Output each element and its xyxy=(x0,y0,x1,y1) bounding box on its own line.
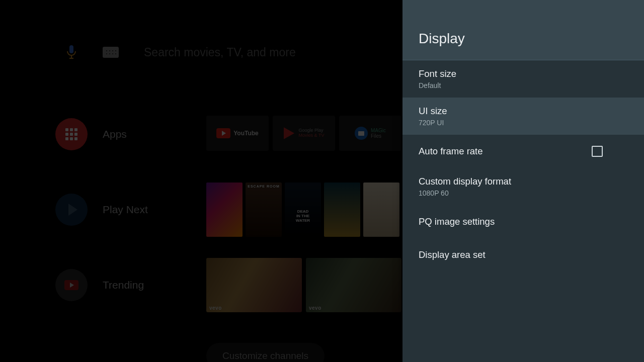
trending-label: Trending xyxy=(103,279,144,291)
poster[interactable] xyxy=(206,183,243,237)
item-subtitle: 1080P 60 xyxy=(419,189,628,197)
app-card-youtube[interactable]: YouTube xyxy=(206,116,269,151)
poster[interactable] xyxy=(363,183,399,237)
display-settings-panel: Display Font size Default UI size 720P U… xyxy=(403,0,644,362)
magic-files-label: MAGic Files xyxy=(371,128,386,139)
youtube-icon xyxy=(216,128,230,138)
svg-rect-0 xyxy=(69,45,73,53)
app-card-magic-files[interactable]: MAGic Files xyxy=(339,116,401,151)
settings-item-font-size[interactable]: Font size Default xyxy=(403,60,644,98)
google-play-icon xyxy=(284,127,296,139)
play-next-label: Play Next xyxy=(103,204,148,216)
settings-item-display-area[interactable]: Display area set xyxy=(403,238,644,272)
apps-label: Apps xyxy=(103,128,127,140)
settings-item-custom-display-format[interactable]: Custom display format 1080P 60 xyxy=(403,168,644,205)
poster[interactable] xyxy=(324,183,360,237)
checkbox-unchecked-icon[interactable] xyxy=(592,146,603,157)
keyboard-icon xyxy=(103,47,119,58)
vevo-badge: vevo xyxy=(309,305,321,311)
item-title: PQ image settings xyxy=(419,216,628,227)
app-cards: YouTube Google Play Movies & TV MAGic Fi… xyxy=(206,116,401,151)
panel-title: Display xyxy=(419,31,465,47)
settings-item-ui-size[interactable]: UI size 720P UI xyxy=(403,98,644,135)
settings-item-auto-frame-rate[interactable]: Auto frame rate xyxy=(403,135,644,168)
poster[interactable]: DEAD IN THE WATER xyxy=(285,183,321,237)
play-next-posters: ESCAPE ROOM DEAD IN THE WATER xyxy=(206,183,399,237)
panel-header: Display xyxy=(403,0,644,60)
youtube-label: YouTube xyxy=(233,130,259,137)
vevo-badge: vevo xyxy=(209,305,222,311)
play-next-icon xyxy=(55,194,88,226)
item-title: Font size xyxy=(419,68,628,79)
item-title: UI size xyxy=(419,106,628,117)
search-placeholder: Search movies, TV, and more xyxy=(144,46,296,59)
settings-item-pq-image[interactable]: PQ image settings xyxy=(403,205,644,238)
trending-videos: vevo vevo xyxy=(206,258,401,312)
microphone-icon xyxy=(65,45,77,59)
search-bar[interactable]: Search movies, TV, and more xyxy=(65,45,392,59)
trending-icon xyxy=(55,269,88,301)
item-title: Display area set xyxy=(419,249,628,260)
magic-files-icon xyxy=(355,127,368,140)
video-thumbnail[interactable]: vevo xyxy=(306,258,401,312)
google-play-label: Google Play Movies & TV xyxy=(299,128,325,138)
item-title: Custom display format xyxy=(419,176,628,187)
apps-icon xyxy=(55,118,88,150)
customize-channels-button[interactable]: Customize channels xyxy=(206,343,325,362)
item-subtitle: Default xyxy=(419,81,628,89)
poster[interactable]: ESCAPE ROOM xyxy=(246,183,282,237)
video-thumbnail[interactable]: vevo xyxy=(206,258,302,312)
item-subtitle: 720P UI xyxy=(419,119,628,127)
app-card-google-play[interactable]: Google Play Movies & TV xyxy=(273,116,335,151)
